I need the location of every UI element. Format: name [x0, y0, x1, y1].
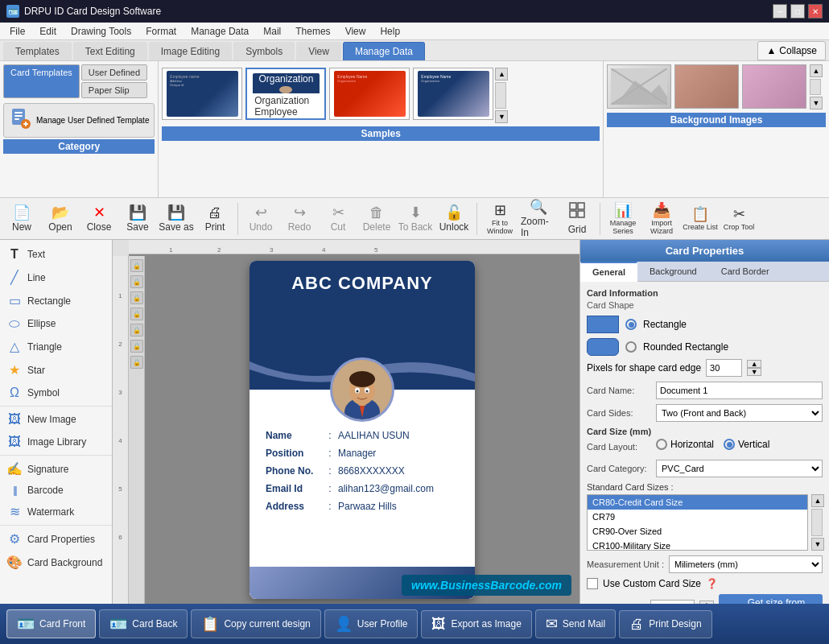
menu-themes[interactable]: Themes	[289, 24, 336, 39]
maximize-button[interactable]: □	[790, 4, 805, 19]
card-name-input[interactable]	[656, 382, 823, 399]
bg-scroll-down[interactable]: ▼	[810, 97, 823, 109]
bg-scroll-up[interactable]: ▲	[810, 64, 823, 77]
tab-image-editing[interactable]: Image Editing	[149, 42, 232, 60]
tool-card-background[interactable]: 🎨 Card Background	[0, 551, 112, 574]
layout-horizontal[interactable]: Horizontal	[656, 439, 714, 450]
pixels-decrement[interactable]: ▼	[747, 368, 761, 376]
tab-general[interactable]: General	[580, 262, 637, 282]
tool-text[interactable]: T Text	[0, 243, 112, 266]
menu-file[interactable]: File	[3, 24, 31, 39]
menu-edit[interactable]: Edit	[33, 24, 63, 39]
tab-card-border[interactable]: Card Border	[709, 262, 782, 281]
custom-size-checkbox[interactable]	[587, 578, 598, 589]
width-increment[interactable]: ▲	[699, 601, 714, 604]
get-size-button[interactable]: ⚙ Get size from Printer	[719, 594, 823, 604]
pixels-input[interactable]	[706, 359, 742, 377]
tab-manage-data[interactable]: Manage Data	[343, 42, 425, 60]
tool-signature[interactable]: ✍ Signature	[0, 457, 112, 481]
size-list[interactable]: CR80-Credit Card Size CR79 CR90-Over Siz…	[587, 494, 808, 551]
lock-icon-3[interactable]: 🔒	[130, 291, 143, 304]
sample-card-2[interactable]: Organization Organization Employee Name …	[245, 68, 326, 120]
manageseries-button[interactable]: 📊 Manage Series	[604, 200, 641, 237]
measurement-select[interactable]: Milimeters (mm)	[669, 555, 823, 573]
importwizard-button[interactable]: 📥 Import Wizard	[643, 200, 680, 237]
close-button-toolbar[interactable]: ✕ Close	[80, 200, 118, 237]
tool-symbol[interactable]: Ω Symbol	[0, 382, 112, 404]
vertical-radio[interactable]	[724, 439, 735, 450]
collapse-button[interactable]: ▲ Collapse	[757, 41, 826, 60]
undo-button[interactable]: ↩ Undo	[242, 200, 279, 237]
size-cr90[interactable]: CR90-Over Sized	[588, 524, 807, 539]
redo-button[interactable]: ↪ Redo	[281, 200, 318, 237]
canvas-scroll[interactable]: ABC COMPANY	[145, 256, 579, 604]
tool-barcode[interactable]: ||| Barcode	[0, 481, 112, 500]
tab-symbols[interactable]: Symbols	[233, 42, 295, 60]
createlist-button[interactable]: 📋 Create List	[682, 200, 719, 237]
card-front-button[interactable]: 🪪 Card Front	[6, 609, 96, 638]
tool-star[interactable]: ★ Star	[0, 358, 112, 382]
grid-button[interactable]: Grid	[559, 200, 596, 237]
bg-thumb-1[interactable]	[607, 64, 671, 109]
samples-scroll-down[interactable]: ▼	[495, 110, 508, 123]
minimize-button[interactable]: ─	[773, 4, 787, 19]
sample-card-1[interactable]: Employee name Address Unique id	[162, 68, 242, 120]
menu-view[interactable]: View	[339, 24, 373, 39]
size-scroll-up[interactable]: ▲	[811, 494, 824, 507]
size-cr79[interactable]: CR79	[588, 510, 807, 524]
bg-thumb-3[interactable]	[742, 64, 806, 109]
samples-scroll-up[interactable]: ▲	[495, 68, 508, 80]
tool-triangle[interactable]: △ Triangle	[0, 335, 112, 358]
tool-ellipse[interactable]: ⬭ Ellipse	[0, 312, 112, 335]
rounded-radio[interactable]	[625, 341, 637, 353]
size-cr100[interactable]: CR100-Military Size	[588, 539, 807, 551]
tool-watermark[interactable]: ≋ Watermark	[0, 500, 112, 523]
fittowindow-button[interactable]: ⊞ Fit to Window	[481, 200, 518, 237]
send-mail-button[interactable]: ✉ Send Mail	[535, 609, 616, 638]
tool-card-properties[interactable]: ⚙ Card Properties	[0, 527, 112, 551]
copy-current-button[interactable]: 📋 Copy current design	[191, 609, 320, 638]
sample-card-4[interactable]: Employee Name Organization	[413, 68, 493, 120]
tool-image-library[interactable]: 🖼 Image Library	[0, 431, 112, 453]
shape-rectangle-option[interactable]: Rectangle	[587, 316, 823, 333]
toback-button[interactable]: ⬇ To Back	[397, 200, 434, 237]
bg-thumb-2[interactable]	[674, 64, 739, 109]
menu-manage-data[interactable]: Manage Data	[184, 24, 255, 39]
tool-line[interactable]: ╱ Line	[0, 266, 112, 289]
cat-tab-user-defined[interactable]: User Defined	[81, 64, 147, 80]
card-category-select[interactable]: PVC_Card	[656, 460, 823, 477]
pixels-increment[interactable]: ▲	[747, 360, 761, 368]
cut-button[interactable]: ✂ Cut	[320, 200, 357, 237]
tool-new-image[interactable]: 🖼 New Image	[0, 408, 112, 431]
print-design-button[interactable]: 🖨 Print Design	[619, 610, 711, 638]
shape-rounded-option[interactable]: Rounded Rectangle	[587, 338, 823, 356]
rectangle-radio[interactable]	[625, 319, 637, 330]
manage-user-defined-template[interactable]: Manage User Defined Template	[3, 103, 155, 138]
tab-view[interactable]: View	[296, 42, 341, 60]
tab-background[interactable]: Background	[637, 262, 709, 281]
lock-icon-6[interactable]: 🔒	[130, 340, 143, 353]
size-scroll-down[interactable]: ▼	[811, 538, 824, 551]
new-button[interactable]: 📄 New	[3, 200, 40, 237]
horizontal-radio[interactable]	[656, 439, 667, 450]
width-input[interactable]	[650, 600, 695, 604]
tab-templates[interactable]: Templates	[3, 42, 72, 60]
menu-format[interactable]: Format	[139, 24, 183, 39]
menu-help[interactable]: Help	[373, 24, 406, 39]
save-button[interactable]: 💾 Save	[119, 200, 156, 237]
id-card[interactable]: ABC COMPANY	[250, 261, 475, 599]
lock-icon-5[interactable]: 🔒	[130, 324, 143, 336]
lock-icon-7[interactable]: 🔒	[130, 356, 143, 369]
open-button[interactable]: 📂 Open	[42, 200, 79, 237]
tab-text-editing[interactable]: Text Editing	[73, 42, 147, 60]
cat-tab-paper-slip[interactable]: Paper Slip	[81, 82, 147, 98]
user-profile-button[interactable]: 👤 User Profile	[324, 609, 419, 638]
delete-button[interactable]: 🗑 Delete	[358, 200, 395, 237]
export-image-button[interactable]: 🖼 Export as Image	[421, 610, 531, 638]
lock-icon[interactable]: 🔒	[130, 259, 143, 272]
close-button[interactable]: ✕	[808, 4, 823, 19]
cat-tab-card-templates[interactable]: Card Templates	[3, 64, 80, 98]
sample-card-3[interactable]: Employee Name Organization	[329, 68, 410, 120]
card-sides-select[interactable]: One (Front Only) Two (Front and Back)	[656, 404, 823, 422]
croptool-button[interactable]: ✂ Crop Tool	[720, 200, 757, 237]
